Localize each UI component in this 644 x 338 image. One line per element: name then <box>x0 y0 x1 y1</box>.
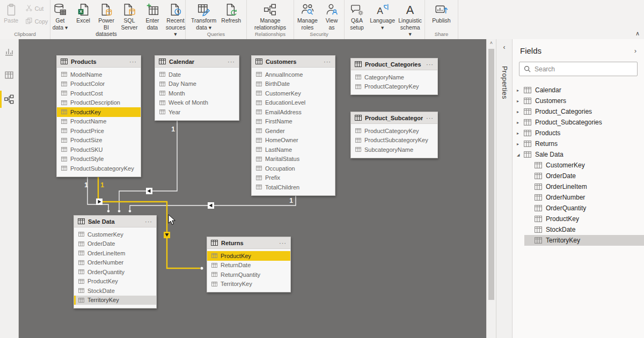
field-tree-item[interactable]: Customers <box>513 95 644 106</box>
entity-field-row[interactable]: OrderLineItem <box>74 248 156 258</box>
model-view-button[interactable] <box>0 92 18 107</box>
collapse-ribbon-chevron-icon[interactable]: ∧ <box>635 30 640 37</box>
field-tree-item[interactable]: Product_Categories <box>513 106 644 117</box>
entity-field-row[interactable]: ProductSubcategoryKey <box>351 136 437 145</box>
excel-button[interactable]: X Excel <box>72 1 94 24</box>
entity-card-header[interactable]: Product_Categories ··· <box>351 58 437 70</box>
entity-field-row[interactable]: LastName <box>252 145 335 155</box>
expander-icon[interactable] <box>517 88 524 93</box>
entity-card-returns[interactable]: Returns ··· ProductKeyReturnDateReturnQu… <box>207 237 291 292</box>
entity-field-row[interactable]: ProductSubcategoryKey <box>57 164 141 173</box>
field-tree-item[interactable]: Calendar <box>513 85 644 95</box>
entity-field-row[interactable]: ProductSize <box>57 136 141 145</box>
entity-field-row[interactable]: ProductName <box>57 117 141 127</box>
entity-field-row[interactable]: Week of Month <box>155 98 239 108</box>
sql-server-button[interactable]: SQL Server <box>118 1 141 31</box>
entity-field-row[interactable]: ProductPrice <box>57 126 141 136</box>
entity-card-header[interactable]: Returns ··· <box>207 237 290 249</box>
entity-field-row[interactable]: MaritalStatus <box>252 155 335 164</box>
entity-card-header[interactable]: Product_Subcategories ··· <box>351 112 437 124</box>
entity-field-row[interactable]: BirthDate <box>252 79 335 89</box>
entity-card-products[interactable]: Products ··· ModelNameProductColorProduc… <box>56 55 141 177</box>
properties-pane-collapsed[interactable]: ‹ Properties <box>496 39 512 338</box>
entity-field-row[interactable]: ProductCost <box>57 89 141 98</box>
field-tree-item[interactable]: Product_Subcategories <box>513 117 644 128</box>
entity-field-row[interactable]: ReturnDate <box>207 261 290 270</box>
transform-data-button[interactable]: Transform data ▾ <box>189 1 218 31</box>
entity-field-row[interactable]: SubcategoryName <box>351 145 437 155</box>
field-tree-item[interactable]: TerritoryKey <box>524 235 644 246</box>
entity-field-row[interactable]: ProductSKU <box>57 145 141 155</box>
field-tree-item[interactable]: StockDate <box>513 224 644 235</box>
copy-button[interactable]: Copy <box>23 17 50 26</box>
field-tree-item[interactable]: Products <box>513 128 644 138</box>
entity-field-row[interactable]: EducationLevel <box>252 98 335 108</box>
scroll-up-arrow-icon[interactable]: ˄ <box>487 40 496 46</box>
expander-icon[interactable] <box>517 152 524 157</box>
enter-data-button[interactable]: Enter data <box>141 1 164 31</box>
canvas-vertical-scrollbar[interactable]: ˄ <box>486 39 496 338</box>
scrollbar-thumb[interactable] <box>488 49 494 300</box>
manage-roles-button[interactable]: Manage roles <box>295 1 320 31</box>
entity-field-row[interactable]: ProductKey <box>57 107 141 117</box>
language-button[interactable]: A Language ▾ <box>369 1 396 31</box>
field-tree-item[interactable]: ProductKey <box>513 214 644 224</box>
entity-field-row[interactable]: ProductKey <box>74 277 156 286</box>
entity-field-row[interactable]: Year <box>155 107 239 117</box>
field-tree-item[interactable]: OrderDate <box>513 171 644 181</box>
entity-field-row[interactable]: Day Name <box>155 79 239 89</box>
view-as-button[interactable]: View as <box>320 1 343 31</box>
expander-icon[interactable] <box>517 109 524 114</box>
entity-field-row[interactable]: Date <box>155 70 239 79</box>
expand-properties-chevron-icon[interactable]: ‹ <box>503 43 506 51</box>
expander-icon[interactable] <box>517 99 524 104</box>
manage-relationships-button[interactable]: Manage relationships <box>252 1 288 31</box>
entity-field-row[interactable]: ModelName <box>57 70 141 79</box>
entity-card-calendar[interactable]: Calendar ··· DateDay NameMonthWeek of Mo… <box>155 55 239 121</box>
field-tree-item[interactable]: Sale Data <box>513 149 644 160</box>
get-data-button[interactable]: Get data ▾ <box>49 1 71 31</box>
field-tree-item[interactable]: CustomerKey <box>513 160 644 171</box>
field-tree-item[interactable]: OrderQuantity <box>513 203 644 214</box>
entity-field-row[interactable]: ProductColor <box>57 79 141 89</box>
field-tree-item[interactable]: Returns <box>513 138 644 149</box>
entity-card-sale-data[interactable]: Sale Data ··· CustomerKeyOrderDateOrderL… <box>74 215 157 308</box>
entity-field-row[interactable]: CustomerKey <box>252 89 335 98</box>
filter-arrow-left[interactable] <box>208 202 214 209</box>
fields-search-input[interactable] <box>535 65 633 73</box>
entity-card-product-categories[interactable]: Product_Categories ··· CategoryNameProdu… <box>350 58 438 95</box>
entity-field-row[interactable]: OrderQuantity <box>74 267 156 277</box>
entity-field-row[interactable]: ReturnQuantity <box>207 270 290 280</box>
field-tree-item[interactable]: OrderNumber <box>513 192 644 203</box>
entity-card-header[interactable]: Calendar ··· <box>155 56 239 68</box>
entity-field-row[interactable]: OrderDate <box>74 239 156 249</box>
entity-card-header[interactable]: Customers ··· <box>252 56 335 68</box>
entity-field-row[interactable]: Occupation <box>252 164 335 173</box>
linguistic-schema-button[interactable]: A Linguistic schema ▾ <box>397 1 423 38</box>
entity-field-row[interactable]: ProductCategoryKey <box>351 126 437 136</box>
collapse-fields-chevron-icon[interactable]: › <box>634 47 636 55</box>
expander-icon[interactable] <box>517 131 524 136</box>
model-canvas[interactable]: 1 1 1 1 <box>19 39 486 338</box>
entity-field-row[interactable]: TerritoryKey <box>207 280 290 289</box>
field-tree-item[interactable]: OrderLineItem <box>513 181 644 192</box>
qa-setup-button[interactable]: Q&A setup <box>346 1 368 31</box>
cut-button[interactable]: Cut <box>23 4 50 13</box>
entity-field-row[interactable]: ProductKey <box>207 251 290 261</box>
entity-card-header[interactable]: Products ··· <box>57 56 141 68</box>
entity-field-row[interactable]: Gender <box>252 126 335 136</box>
entity-field-row[interactable]: ProductCategoryKey <box>351 82 437 92</box>
publish-button[interactable]: Publish <box>430 1 452 24</box>
entity-card-product-subcategories[interactable]: Product_Subcategories ··· ProductCategor… <box>350 112 438 158</box>
report-view-button[interactable] <box>0 45 18 58</box>
entity-card-header[interactable]: Sale Data ··· <box>74 216 156 227</box>
entity-field-row[interactable]: StockDate <box>74 286 156 296</box>
power-bi-datasets-button[interactable]: Power BI datasets <box>95 1 118 38</box>
entity-field-row[interactable]: Month <box>155 89 239 98</box>
expander-icon[interactable] <box>517 142 524 146</box>
entity-field-row[interactable]: Prefix <box>252 173 335 183</box>
refresh-button[interactable]: Refresh <box>219 1 243 24</box>
data-view-button[interactable] <box>0 68 18 82</box>
entity-field-row[interactable]: FirstName <box>252 117 335 127</box>
filter-arrow-down[interactable] <box>164 232 170 238</box>
